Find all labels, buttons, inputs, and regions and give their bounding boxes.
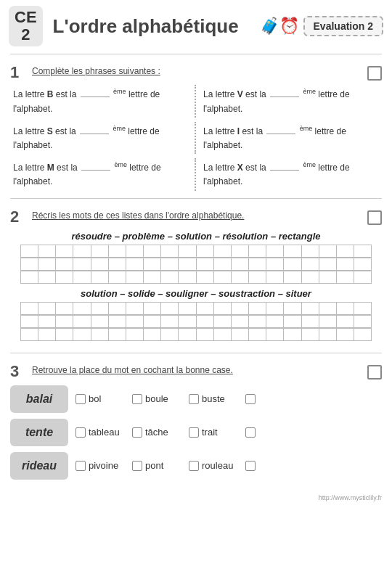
writing-cell[interactable] xyxy=(20,328,38,341)
writing-cell[interactable] xyxy=(319,328,336,341)
writing-cell[interactable] xyxy=(336,245,354,258)
writing-cell[interactable] xyxy=(178,302,195,315)
writing-cell[interactable] xyxy=(231,258,248,271)
writing-cell[interactable] xyxy=(301,258,319,271)
writing-cell[interactable] xyxy=(178,315,195,328)
writing-cell[interactable] xyxy=(38,271,55,284)
option-checkbox-balai-last[interactable] xyxy=(245,394,256,404)
writing-cell[interactable] xyxy=(91,302,108,315)
writing-cell[interactable] xyxy=(266,302,283,315)
writing-cell[interactable] xyxy=(160,271,178,284)
writing-cell[interactable] xyxy=(283,245,301,258)
writing-cell[interactable] xyxy=(126,271,143,284)
writing-cell[interactable] xyxy=(20,302,38,315)
section-2-checkbox[interactable] xyxy=(367,210,382,225)
writing-cell[interactable] xyxy=(266,315,283,328)
writing-cell[interactable] xyxy=(301,315,319,328)
writing-cell[interactable] xyxy=(20,315,38,328)
writing-cell[interactable] xyxy=(160,258,178,271)
writing-cell[interactable] xyxy=(73,271,90,284)
writing-cell[interactable] xyxy=(178,245,195,258)
writing-cell[interactable] xyxy=(336,328,354,341)
writing-cell[interactable] xyxy=(319,245,336,258)
writing-cell[interactable] xyxy=(266,271,283,284)
writing-cell[interactable] xyxy=(196,315,213,328)
writing-cell[interactable] xyxy=(55,315,73,328)
writing-cell[interactable] xyxy=(108,302,126,315)
writing-cell[interactable] xyxy=(126,302,143,315)
option-checkbox-pont[interactable] xyxy=(132,461,142,471)
option-checkbox-trait[interactable] xyxy=(189,427,199,438)
writing-cell[interactable] xyxy=(143,245,160,258)
writing-cell[interactable] xyxy=(266,328,283,341)
writing-cell[interactable] xyxy=(319,271,336,284)
writing-cell[interactable] xyxy=(20,258,38,271)
writing-cell[interactable] xyxy=(108,315,126,328)
writing-cell[interactable] xyxy=(55,258,73,271)
writing-cell[interactable] xyxy=(196,302,213,315)
writing-cell[interactable] xyxy=(354,258,372,271)
writing-cell[interactable] xyxy=(248,302,266,315)
writing-cell[interactable] xyxy=(213,271,231,284)
writing-cell[interactable] xyxy=(73,315,90,328)
writing-cell[interactable] xyxy=(336,258,354,271)
writing-cell[interactable] xyxy=(108,258,126,271)
writing-cell[interactable] xyxy=(178,258,195,271)
writing-cell[interactable] xyxy=(336,302,354,315)
writing-cell[interactable] xyxy=(55,271,73,284)
writing-cell[interactable] xyxy=(126,258,143,271)
option-checkbox-tache[interactable] xyxy=(132,427,142,438)
writing-cell[interactable] xyxy=(143,328,160,341)
writing-cell[interactable] xyxy=(126,245,143,258)
writing-cell[interactable] xyxy=(266,258,283,271)
writing-cell[interactable] xyxy=(160,328,178,341)
writing-cell[interactable] xyxy=(108,328,126,341)
writing-cell[interactable] xyxy=(301,271,319,284)
writing-cell[interactable] xyxy=(108,245,126,258)
writing-cell[interactable] xyxy=(213,302,231,315)
writing-cell[interactable] xyxy=(231,302,248,315)
writing-cell[interactable] xyxy=(196,245,213,258)
writing-cell[interactable] xyxy=(283,302,301,315)
writing-cell[interactable] xyxy=(213,245,231,258)
writing-cell[interactable] xyxy=(160,245,178,258)
writing-cell[interactable] xyxy=(91,245,108,258)
writing-cell[interactable] xyxy=(73,302,90,315)
option-checkbox-tableau[interactable] xyxy=(75,427,86,438)
writing-cell[interactable] xyxy=(354,328,372,341)
writing-cell[interactable] xyxy=(354,315,372,328)
writing-cell[interactable] xyxy=(354,302,372,315)
writing-cell[interactable] xyxy=(160,302,178,315)
writing-cell[interactable] xyxy=(231,245,248,258)
writing-cell[interactable] xyxy=(91,258,108,271)
writing-cell[interactable] xyxy=(178,271,195,284)
option-checkbox-tente-last[interactable] xyxy=(245,427,256,438)
writing-cell[interactable] xyxy=(283,258,301,271)
section-3-checkbox[interactable] xyxy=(367,365,382,380)
writing-cell[interactable] xyxy=(248,271,266,284)
writing-cell[interactable] xyxy=(336,271,354,284)
writing-cell[interactable] xyxy=(248,258,266,271)
writing-cell[interactable] xyxy=(319,258,336,271)
option-checkbox-buste[interactable] xyxy=(189,394,199,404)
writing-cell[interactable] xyxy=(55,245,73,258)
writing-cell[interactable] xyxy=(73,328,90,341)
writing-cell[interactable] xyxy=(354,271,372,284)
writing-cell[interactable] xyxy=(248,245,266,258)
writing-cell[interactable] xyxy=(73,258,90,271)
writing-cell[interactable] xyxy=(108,271,126,284)
writing-cell[interactable] xyxy=(248,315,266,328)
writing-cell[interactable] xyxy=(283,271,301,284)
writing-cell[interactable] xyxy=(354,245,372,258)
writing-cell[interactable] xyxy=(55,328,73,341)
writing-cell[interactable] xyxy=(126,328,143,341)
writing-cell[interactable] xyxy=(38,245,55,258)
writing-cell[interactable] xyxy=(73,245,90,258)
writing-cell[interactable] xyxy=(55,302,73,315)
writing-cell[interactable] xyxy=(231,328,248,341)
writing-cell[interactable] xyxy=(143,258,160,271)
writing-cell[interactable] xyxy=(266,245,283,258)
writing-cell[interactable] xyxy=(283,315,301,328)
writing-cell[interactable] xyxy=(143,271,160,284)
writing-cell[interactable] xyxy=(196,328,213,341)
